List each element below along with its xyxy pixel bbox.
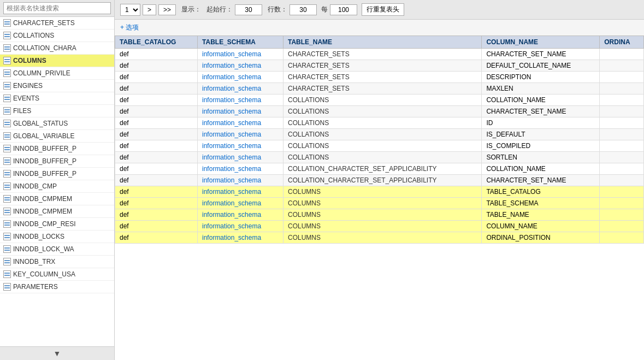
sidebar-item-label: COLLATIONS	[13, 32, 54, 39]
table-cell: def	[115, 175, 198, 186]
col-header-column_name[interactable]: COLUMN_NAME	[482, 36, 600, 49]
sidebar-item-label: INNODB_LOCKS	[13, 233, 64, 240]
sidebar-item-column_privile[interactable]: COLUMN_PRIVILE	[0, 67, 114, 80]
table-icon	[3, 220, 11, 228]
table-cell: information_schema	[198, 60, 283, 72]
table-cell: information_schema	[198, 186, 283, 198]
col-header-table_schema[interactable]: TABLE_SCHEMA	[198, 36, 283, 49]
sidebar-item-events[interactable]: EVENTS	[0, 92, 114, 105]
sidebar-item-innodb_buffer_p3[interactable]: INNODB_BUFFER_P	[0, 168, 114, 180]
table-cell: information_schema	[198, 198, 283, 209]
sidebar-item-innodb_lock_wa[interactable]: INNODB_LOCK_WA	[0, 243, 114, 256]
sidebar-scroll-down[interactable]: ▼	[0, 346, 114, 360]
options-link[interactable]: + 选项	[120, 23, 139, 31]
sidebar-item-engines[interactable]: ENGINES	[0, 80, 114, 92]
table-cell: IS_COMPILED	[482, 140, 600, 152]
table-cell: information_schema	[198, 117, 283, 129]
table-cell: COLLATIONS	[283, 95, 482, 106]
table-icon	[3, 208, 11, 215]
sidebar-item-label: COLUMN_PRIVILE	[13, 69, 70, 77]
sidebar-item-innodb_cmp[interactable]: INNODB_CMP	[0, 180, 114, 193]
sidebar-item-innodb_locks[interactable]: INNODB_LOCKS	[0, 231, 114, 243]
table-cell: COLLATIONS	[283, 117, 482, 129]
start-row-input[interactable]	[235, 4, 262, 15]
data-table: TABLE_CATALOGTABLE_SCHEMATABLE_NAMECOLUM…	[115, 36, 644, 244]
table-cell: MAXLEN	[482, 83, 600, 95]
next-next-page-btn[interactable]: >>	[158, 4, 176, 15]
table-cell: information_schema	[198, 49, 283, 60]
table-row: definformation_schemaCOLUMNSORDINAL_POSI…	[115, 232, 644, 244]
table-cell: information_schema	[198, 152, 283, 163]
sidebar-item-label: KEY_COLUMN_USA	[13, 270, 75, 278]
row-count-input[interactable]	[289, 4, 317, 15]
table-row: definformation_schemaCOLLATION_CHARACTER…	[115, 163, 644, 175]
table-cell: information_schema	[198, 83, 283, 95]
page-select[interactable]: 1	[120, 4, 140, 16]
table-cell: def	[115, 163, 198, 175]
table-icon	[3, 19, 11, 27]
table-icon	[3, 195, 11, 203]
sidebar-item-key_column_usa[interactable]: KEY_COLUMN_USA	[0, 268, 114, 281]
table-cell: TABLE_SCHEMA	[482, 198, 600, 209]
table-cell: def	[115, 198, 198, 209]
sidebar-item-collation_chara[interactable]: COLLATION_CHARA	[0, 42, 114, 55]
sidebar-item-label: INNODB_CMP_RESI	[13, 220, 76, 228]
sidebar-item-parameters[interactable]: PARAMETERS	[0, 281, 114, 293]
table-cell	[600, 163, 644, 175]
sidebar-item-label: INNODB_LOCK_WA	[13, 245, 74, 253]
table-cell: information_schema	[198, 72, 283, 83]
table-cell: CHARACTER_SETS	[283, 72, 482, 83]
per-label: 每	[321, 5, 328, 14]
table-cell: DEFAULT_COLLATE_NAME	[482, 60, 600, 72]
table-cell: def	[115, 232, 198, 244]
table-cell	[600, 72, 644, 83]
sidebar-item-innodb_cmpmem2[interactable]: INNODB_CMPMEM	[0, 205, 114, 218]
table-row: definformation_schemaCHARACTER_SETSDESCR…	[115, 72, 644, 83]
col-header-table_name[interactable]: TABLE_NAME	[283, 36, 482, 49]
table-row: definformation_schemaCOLUMNSTABLE_CATALO…	[115, 186, 644, 198]
start-row-label: 起始行：	[206, 5, 233, 14]
table-cell: def	[115, 152, 198, 163]
table-cell: CHARACTER_SETS	[283, 83, 482, 95]
col-header-ordina[interactable]: ORDINA	[600, 36, 644, 49]
search-input[interactable]	[3, 2, 111, 14]
table-cell	[600, 232, 644, 244]
sidebar-item-columns[interactable]: COLUMNS	[0, 55, 114, 67]
table-cell: IS_DEFAULT	[482, 129, 600, 140]
sidebar-item-label: CHARACTER_SETS	[13, 19, 75, 27]
sidebar-item-global_variable[interactable]: GLOBAL_VARIABLE	[0, 130, 114, 143]
sidebar-item-files[interactable]: FILES	[0, 105, 114, 117]
per-value-input[interactable]	[330, 4, 357, 15]
table-cell: COLUMNS	[283, 221, 482, 232]
repeat-header-btn[interactable]: 行重复表头	[362, 3, 404, 16]
table-body: definformation_schemaCHARACTER_SETSCHARA…	[115, 49, 644, 244]
row-count-label: 行数：	[268, 5, 287, 14]
table-cell: CHARACTER_SETS	[283, 49, 482, 60]
col-header-table_catalog[interactable]: TABLE_CATALOG	[115, 36, 198, 49]
sidebar-item-innodb_cmp_resi[interactable]: INNODB_CMP_RESI	[0, 218, 114, 231]
table-cell: information_schema	[198, 232, 283, 244]
sidebar-item-innodb_cmpmem[interactable]: INNODB_CMPMEM	[0, 193, 114, 205]
table-cell	[600, 140, 644, 152]
sidebar-item-global_status[interactable]: GLOBAL_STATUS	[0, 117, 114, 130]
table-cell: def	[115, 117, 198, 129]
main-content: 1 > >> 显示： 起始行： 行数： 每 行重复表头 + 选项 TABLE_C…	[115, 0, 644, 360]
next-page-btn[interactable]: >	[143, 4, 156, 15]
sidebar-item-collations[interactable]: COLLATIONS	[0, 29, 114, 42]
sidebar-item-label: ENGINES	[13, 82, 43, 90]
options-bar: + 选项	[115, 20, 644, 36]
table-cell: def	[115, 106, 198, 117]
sidebar-item-character_sets[interactable]: CHARACTER_SETS	[0, 17, 114, 29]
table-cell: def	[115, 95, 198, 106]
table-cell	[600, 221, 644, 232]
table-cell: COLLATIONS	[283, 152, 482, 163]
table-icon	[3, 69, 11, 77]
table-icon	[3, 245, 11, 253]
table-row: definformation_schemaCOLUMNSCOLUMN_NAME	[115, 221, 644, 232]
table-cell: TABLE_CATALOG	[482, 186, 600, 198]
sidebar-item-innodb_buffer_p2[interactable]: INNODB_BUFFER_P	[0, 155, 114, 168]
table-cell: COLLATION_CHARACTER_SET_APPLICABILITY	[283, 175, 482, 186]
sidebar-item-innodb_buffer_p[interactable]: INNODB_BUFFER_P	[0, 143, 114, 155]
sidebar-item-innodb_trx[interactable]: INNODB_TRX	[0, 256, 114, 268]
table-row: definformation_schemaCHARACTER_SETSDEFAU…	[115, 60, 644, 72]
